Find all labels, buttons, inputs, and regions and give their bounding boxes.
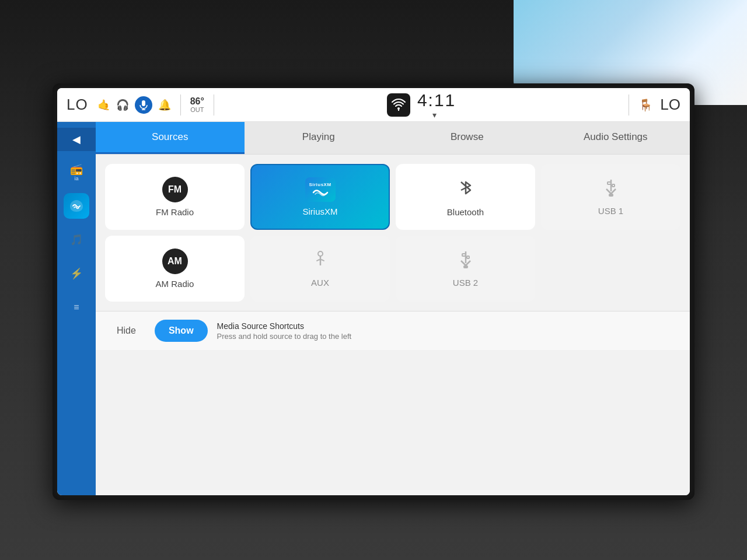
divider-2 xyxy=(214,94,214,116)
aux-icon xyxy=(312,250,329,273)
divider-3 xyxy=(629,94,629,116)
svg-rect-12 xyxy=(462,254,466,256)
tab-browse[interactable]: Browse xyxy=(393,122,542,154)
source-fm-radio[interactable]: FM FM Radio xyxy=(105,164,245,230)
wifi-icon-box xyxy=(387,93,410,117)
sidebar-item-ia[interactable]: 📻 ia xyxy=(61,157,92,187)
source-am-radio[interactable]: AM AM Radio xyxy=(105,236,245,302)
source-usb1[interactable]: USB 1 xyxy=(541,164,680,230)
temp-unit: OUT xyxy=(190,106,204,113)
fm-icon: FM xyxy=(162,177,188,202)
sources-grid: FM FM Radio SiriusXM xyxy=(96,155,690,311)
shortcuts-desc: Press and hold source to drag to the lef… xyxy=(217,332,352,341)
shortcuts-info: Media Source Shortcuts Press and hold so… xyxy=(217,321,352,341)
svg-rect-7 xyxy=(612,184,615,187)
main-content: ◀ 📻 ia xyxy=(57,122,690,495)
status-right: 🪑 LO xyxy=(638,96,680,114)
mic-icon[interactable] xyxy=(135,96,152,114)
sidebar-item-usb[interactable]: ⚡ xyxy=(61,258,92,289)
aux-label: AUX xyxy=(311,278,329,288)
bluetooth-icon xyxy=(458,177,474,202)
svg-rect-14 xyxy=(463,265,468,268)
infotainment-screen: LO 🤙 🎧 xyxy=(53,83,694,500)
svg-point-9 xyxy=(318,251,323,256)
lo-left-label: LO xyxy=(67,96,88,114)
usb1-icon xyxy=(603,178,619,201)
bluetooth-label: Bluetooth xyxy=(447,207,484,217)
divider-1 xyxy=(180,94,181,116)
status-icons-group: 🤙 🎧 🔔 xyxy=(97,96,171,114)
svg-rect-0 xyxy=(142,100,145,106)
chevron-down-icon[interactable]: ▾ xyxy=(432,110,437,120)
tabs-bar: Sources Playing Browse Audio Settings xyxy=(96,122,690,155)
usb2-icon xyxy=(458,250,474,273)
status-bar: LO 🤙 🎧 xyxy=(57,88,690,122)
seat-icon: 🪑 xyxy=(638,98,653,112)
tab-sources[interactable]: Sources xyxy=(96,122,245,154)
svg-rect-8 xyxy=(609,194,613,197)
svg-rect-13 xyxy=(467,256,469,258)
content-area: Sources Playing Browse Audio Settings FM… xyxy=(96,122,690,495)
tab-audio-settings[interactable]: Audio Settings xyxy=(542,122,690,154)
tab-playing[interactable]: Playing xyxy=(245,122,393,154)
show-button[interactable]: Show xyxy=(155,320,208,342)
source-usb2[interactable]: USB 2 xyxy=(396,236,535,302)
temperature-display: 86° OUT xyxy=(190,96,204,114)
sidebar-item-sirius[interactable] xyxy=(61,191,92,221)
source-bluetooth[interactable]: Bluetooth xyxy=(396,164,535,230)
am-icon: AM xyxy=(162,249,188,274)
source-aux[interactable]: AUX xyxy=(250,236,390,302)
headset-icon: 🎧 xyxy=(116,99,129,111)
sidebar-item-menu[interactable]: ≡ xyxy=(61,292,92,323)
bottom-bar: Hide Show Media Source Shortcuts Press a… xyxy=(96,311,690,350)
usb2-label: USB 2 xyxy=(453,278,478,288)
am-label: AM Radio xyxy=(156,279,194,289)
hide-button[interactable]: Hide xyxy=(107,321,145,341)
fm-label: FM Radio xyxy=(156,207,194,217)
lo-right-label: LO xyxy=(660,96,680,114)
sirius-small-icon xyxy=(64,193,89,219)
siriusxm-icon: SiriusXM xyxy=(305,177,336,202)
clock-display: 4:11 xyxy=(417,90,456,110)
shortcuts-title: Media Source Shortcuts xyxy=(217,321,352,331)
usb1-label: USB 1 xyxy=(598,206,623,216)
bell-icon: 🔔 xyxy=(158,99,171,111)
siriusxm-label: SiriusXM xyxy=(302,206,337,216)
status-center: 4:11 ▾ xyxy=(224,90,619,120)
sidebar-item-bluetooth[interactable]: 🎵 xyxy=(61,225,92,255)
temp-value: 86° xyxy=(190,96,204,107)
sidebar: ◀ 📻 ia xyxy=(57,122,96,495)
sidebar-back-button[interactable]: ◀ xyxy=(57,128,96,151)
phone-icon: 🤙 xyxy=(97,99,110,111)
source-siriusxm[interactable]: SiriusXM SiriusXM xyxy=(250,164,390,230)
svg-rect-6 xyxy=(608,182,611,184)
svg-point-3 xyxy=(397,107,400,110)
